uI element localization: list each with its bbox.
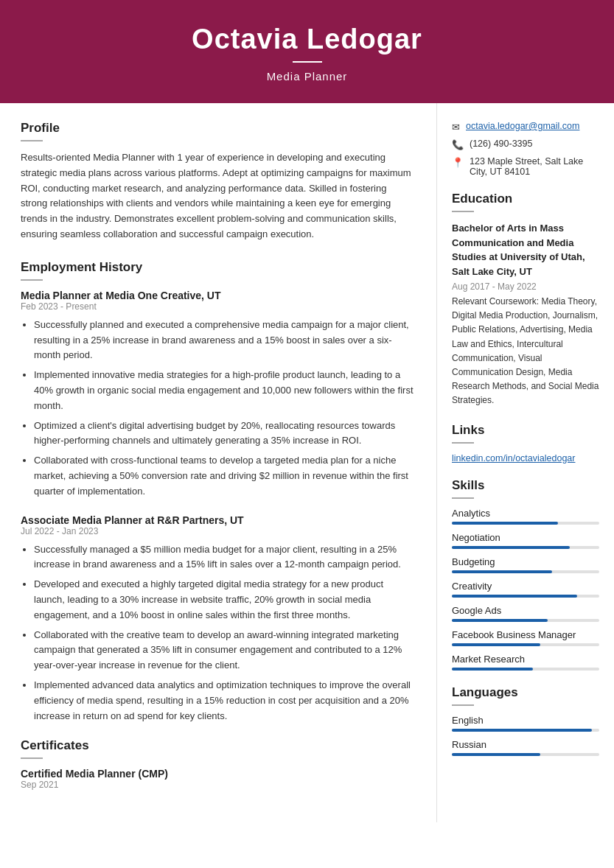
skill-label: Budgeting xyxy=(452,556,599,567)
edu-divider xyxy=(452,211,474,212)
links-divider xyxy=(452,442,474,444)
list-item: Collaborated with the creative team to d… xyxy=(34,628,416,673)
cert-section: Certificates Certified Media Planner (CM… xyxy=(21,738,416,790)
skills-title: Skills xyxy=(452,478,599,493)
lang-container: EnglishRussian xyxy=(452,715,599,756)
skill-item: Negotiation xyxy=(452,532,599,549)
address-text: 123 Maple Street, Salt Lake City, UT 841… xyxy=(470,156,599,177)
lang-bar-bg xyxy=(452,729,599,732)
linkedin-link[interactable]: linkedin.com/in/octavialedogar xyxy=(452,453,575,463)
lang-bar-fill xyxy=(452,729,592,732)
skill-bar-bg xyxy=(452,570,599,573)
contact-email: ✉ octavia.ledogar@gmail.com xyxy=(452,121,599,133)
job-title: Media Planner at Media One Creative, UT xyxy=(21,290,416,301)
header-divider xyxy=(293,61,322,63)
profile-divider xyxy=(21,140,43,141)
skill-bar-fill xyxy=(452,619,548,622)
cert-container: Certified Media Planner (CMP)Sep 2021 xyxy=(21,768,416,790)
skill-bar-bg xyxy=(452,619,599,622)
list-item: Implemented advanced data analytics and … xyxy=(34,678,416,724)
skill-label: Analytics xyxy=(452,508,599,519)
job-bullets: Successfully planned and executed a comp… xyxy=(21,318,416,500)
skill-label: Google Ads xyxy=(452,605,599,616)
skill-bar-fill xyxy=(452,643,540,646)
lang-item: English xyxy=(452,715,599,732)
body-layout: Profile Results-oriented Media Planner w… xyxy=(0,103,614,822)
skills-section: Skills AnalyticsNegotiationBudgetingCrea… xyxy=(452,478,599,671)
skill-item: Google Ads xyxy=(452,605,599,622)
education-section: Education Bachelor of Arts in Mass Commu… xyxy=(452,192,599,408)
skill-bar-fill xyxy=(452,595,577,598)
header-name: Octavia Ledogar xyxy=(15,24,599,55)
job-title: Associate Media Planner at R&R Partners,… xyxy=(21,514,416,526)
lang-divider xyxy=(452,704,474,706)
skill-bar-bg xyxy=(452,668,599,671)
skill-item: Analytics xyxy=(452,508,599,525)
employment-divider xyxy=(21,279,43,281)
resume-wrapper: Octavia Ledogar Media Planner Profile Re… xyxy=(0,0,614,868)
lang-bar-bg xyxy=(452,753,599,756)
cert-name: Certified Media Planner (CMP) xyxy=(21,768,416,780)
job-bullets: Successfully managed a $5 million media … xyxy=(21,542,416,724)
lang-label: Russian xyxy=(452,739,599,750)
skill-bar-fill xyxy=(452,668,533,671)
left-column: Profile Results-oriented Media Planner w… xyxy=(0,103,437,822)
skill-bar-fill xyxy=(452,570,552,573)
right-column: ✉ octavia.ledogar@gmail.com 📞 (126) 490-… xyxy=(437,103,614,788)
links-container: linkedin.com/in/octavialedogar xyxy=(452,452,599,463)
cert-item: Certified Media Planner (CMP)Sep 2021 xyxy=(21,768,416,790)
skill-item: Budgeting xyxy=(452,556,599,573)
skill-item: Creativity xyxy=(452,581,599,598)
list-item: Developed and executed a highly targeted… xyxy=(34,577,416,623)
list-item: Successfully planned and executed a comp… xyxy=(34,318,416,363)
cert-date: Sep 2021 xyxy=(21,780,416,790)
cert-title: Certificates xyxy=(21,738,416,753)
email-link[interactable]: octavia.ledogar@gmail.com xyxy=(466,121,579,131)
list-item: Collaborated with cross-functional teams… xyxy=(34,453,416,499)
links-section: Links linkedin.com/in/octavialedogar xyxy=(452,423,599,463)
phone-text: (126) 490-3395 xyxy=(470,139,532,149)
skills-container: AnalyticsNegotiationBudgetingCreativityG… xyxy=(452,508,599,671)
edu-date: Aug 2017 - May 2022 xyxy=(452,281,599,292)
skill-bar-bg xyxy=(452,546,599,549)
edu-coursework: Relevant Coursework: Media Theory, Digit… xyxy=(452,295,599,408)
cert-divider xyxy=(21,757,43,759)
email-icon: ✉ xyxy=(452,122,460,133)
contact-phone: 📞 (126) 490-3395 xyxy=(452,139,599,150)
job-block: Associate Media Planner at R&R Partners,… xyxy=(21,514,416,724)
lang-title: Languages xyxy=(452,685,599,700)
skills-divider xyxy=(452,497,474,499)
phone-icon: 📞 xyxy=(452,139,464,150)
contact-address: 📍 123 Maple Street, Salt Lake City, UT 8… xyxy=(452,156,599,177)
profile-text: Results-oriented Media Planner with 1 ye… xyxy=(21,150,416,242)
list-item: Successfully managed a $5 million media … xyxy=(34,542,416,573)
job-date: Jul 2022 - Jan 2023 xyxy=(21,526,416,536)
edu-degree: Bachelor of Arts in Mass Communication a… xyxy=(452,221,599,279)
employment-section: Employment History Media Planner at Medi… xyxy=(21,260,416,724)
job-date: Feb 2023 - Present xyxy=(21,301,416,312)
lang-bar-fill xyxy=(452,753,540,756)
skill-label: Creativity xyxy=(452,581,599,592)
skill-label: Negotiation xyxy=(452,532,599,543)
skill-item: Market Research xyxy=(452,654,599,671)
jobs-container: Media Planner at Media One Creative, UTF… xyxy=(21,290,416,724)
edu-title: Education xyxy=(452,192,599,206)
list-item: Optimized a client's digital advertising… xyxy=(34,419,416,449)
skill-bar-bg xyxy=(452,595,599,598)
skill-label: Facebook Business Manager xyxy=(452,629,599,640)
lang-label: English xyxy=(452,715,599,726)
profile-title: Profile xyxy=(21,121,416,136)
header: Octavia Ledogar Media Planner xyxy=(0,0,614,103)
header-title: Media Planner xyxy=(15,70,599,83)
lang-item: Russian xyxy=(452,739,599,756)
profile-section: Profile Results-oriented Media Planner w… xyxy=(21,121,416,242)
skill-bar-fill xyxy=(452,522,558,525)
skill-bar-bg xyxy=(452,522,599,525)
skill-label: Market Research xyxy=(452,654,599,665)
links-title: Links xyxy=(452,423,599,438)
location-icon: 📍 xyxy=(452,157,464,168)
skill-item: Facebook Business Manager xyxy=(452,629,599,646)
list-item: Implemented innovative media strategies … xyxy=(34,368,416,413)
contact-section: ✉ octavia.ledogar@gmail.com 📞 (126) 490-… xyxy=(452,121,599,177)
languages-section: Languages EnglishRussian xyxy=(452,685,599,756)
